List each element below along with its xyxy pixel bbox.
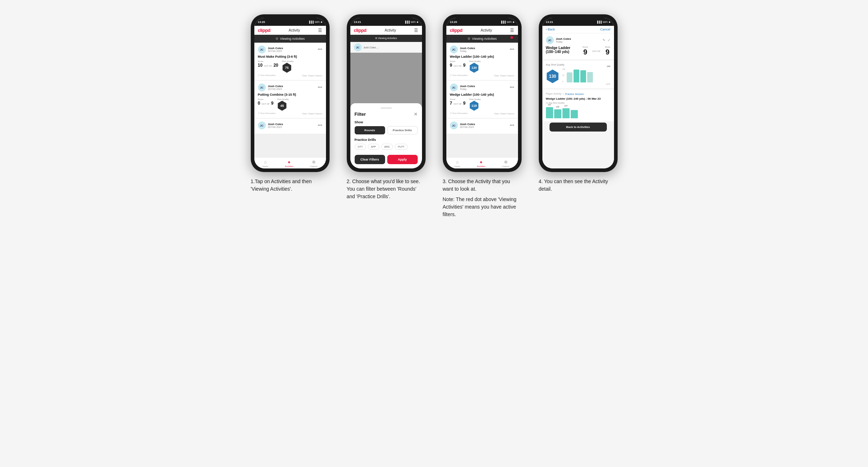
activity-card-1-2[interactable]: JC Josh Coles 28 Feb 2023 ••• Putting Co… <box>254 81 326 118</box>
session-arrow-4: › <box>563 93 564 95</box>
user-date-1-2: 28 Feb 2023 <box>268 88 283 90</box>
pill-putt-2[interactable]: PUTT <box>395 144 408 150</box>
y-100: 100 <box>562 68 565 70</box>
more-dots-3-2[interactable]: ••• <box>510 85 514 90</box>
more-dots-1-1[interactable]: ••• <box>318 47 322 52</box>
activity-card-1-1[interactable]: JC Josh Coles 28 Feb 2023 ••• Must Make … <box>254 43 326 80</box>
card-header-1-3: JC Josh Coles 28 Feb 2023 ••• <box>258 121 322 129</box>
activity-card-3-1[interactable]: JC Josh Coles Today ••• Wedge Ladder (10… <box>446 43 518 80</box>
menu-icon-1[interactable]: ☰ <box>318 28 322 33</box>
activities-label-1: Activities <box>285 165 293 167</box>
score-cols-4: Score 9 OUT OF Shots 9 <box>582 46 610 56</box>
pill-ott-2[interactable]: OTT <box>355 144 366 150</box>
menu-icon-2[interactable]: ☰ <box>414 28 418 33</box>
activity-title-3-1: Wedge Ladder (100–140 yds) <box>450 55 514 58</box>
viewing-banner-1[interactable]: ⚙ Viewing Activities <box>254 35 326 43</box>
home-label-1: Home <box>263 165 268 167</box>
nav-capture-1[interactable]: ⊕ Capture <box>310 159 317 167</box>
user-peek-name-2: Josh Coles ... <box>364 46 379 49</box>
user-info-3-3: JC Josh Coles 28 Feb 2023 <box>450 121 475 129</box>
user-date-4: Today <box>556 40 571 43</box>
activity-list-3: JC Josh Coles Today ••• Wedge Ladder (10… <box>446 43 518 157</box>
avatar-1-3: JC <box>258 121 266 129</box>
time-1: 13:20 <box>258 20 265 24</box>
practice-label-2: Practice Drills <box>355 138 418 142</box>
session-label-row-4: Player Activity › Practice Session <box>546 92 610 96</box>
nav-capture-3[interactable]: ⊕ Capture <box>502 159 509 167</box>
battery-icon-2: ■ <box>417 21 418 23</box>
sq-label-1-2: Shot Quality <box>277 98 289 100</box>
toggle-practice-2[interactable]: Practice Drills <box>387 126 418 134</box>
mini-bar-4-1: 132 <box>546 107 553 118</box>
pill-row-2: OTT APP ARG PUTT <box>355 144 418 150</box>
outof-1-2: OUT OF <box>262 103 270 105</box>
notch-pill-3 <box>473 19 491 22</box>
clear-filters-btn-2[interactable]: Clear Filters <box>355 155 385 164</box>
status-bar-2: 13:21 ▐▐▐ WiFi ■ <box>350 18 422 26</box>
score-label-1-2: Score <box>258 98 274 100</box>
avatar-1-1: JC <box>258 46 266 53</box>
caption-3-note: Note: The red dot above 'Viewing Activit… <box>443 196 522 218</box>
filter-overlay-2: Filter ✕ Show Rounds Practice Drills Pra… <box>350 53 422 168</box>
phone-4-screen: 13:21 ▐▐▐ WiFi ■ ‹ Back Cancel <box>542 18 614 168</box>
filter-header-2: Filter ✕ <box>355 111 418 117</box>
apply-btn-2[interactable]: Apply <box>387 155 418 164</box>
back-activities-btn-4[interactable]: Back to Activities <box>550 123 607 132</box>
hexagon-3-1: 130 <box>469 63 479 73</box>
score-inline-1-1: 10 OUT OF 20 <box>258 63 278 68</box>
banner-text-1: Viewing Activities <box>280 37 305 40</box>
user-name-3-3: Josh Coles <box>460 123 475 126</box>
detail-user-info-4: JC Josh Coles Today <box>546 36 571 44</box>
session-link-4[interactable]: Practice Session <box>565 93 584 95</box>
card-header-3-1: JC Josh Coles Today ••• <box>450 46 514 53</box>
toggle-row-2: Rounds Practice Drills <box>355 126 418 134</box>
mini-bar-label-4-3: 124 <box>564 105 567 107</box>
activity-card-3-2[interactable]: JC Josh Coles Today ••• Wedge Ladder (10… <box>446 81 518 118</box>
filter-icon-3: ⚙ <box>467 37 470 40</box>
nav-home-1[interactable]: ⌂ Home <box>263 159 268 167</box>
phones-row: 13:20 ▐▐▐ WiFi ■ clippd Activity ☰ ⚙ <box>247 14 621 218</box>
user-date-3-2: Today <box>460 88 475 90</box>
footer-left-1-2: ⓘ Test Information <box>258 112 276 115</box>
close-btn-2[interactable]: ✕ <box>414 111 418 117</box>
stats-row-1-1: Score 10 OUT OF 20 Shot Quality 75 <box>258 60 322 73</box>
caption-4: 4. You can then see the Activity detail. <box>539 178 618 193</box>
back-btn-4[interactable]: ‹ Back <box>546 28 555 31</box>
pill-app-2[interactable]: APP <box>368 144 379 150</box>
session-section-4: Player Activity › Practice Session Wedge… <box>542 90 614 121</box>
nav-activities-1[interactable]: ♠ Activities <box>285 159 293 167</box>
avg-sq-label-4: ••• Avg Shot Quality <box>546 102 610 104</box>
more-dots-3-3[interactable]: ••• <box>510 123 514 128</box>
cancel-btn-4[interactable]: Cancel <box>600 28 610 31</box>
nav-activities-3[interactable]: ♠ Activities <box>477 159 485 167</box>
more-dots-3-1[interactable]: ••• <box>510 47 514 52</box>
sq-label-3-2: Shot Quality <box>469 98 481 100</box>
card-footer-1-2: ⓘ Test Information Data: Clippd Capture <box>258 112 322 115</box>
expand-icon-4[interactable]: ⤢ <box>608 38 610 42</box>
activities-label-3: Activities <box>477 165 485 167</box>
footer-right-1-1: Data: Clippd Capture <box>302 75 322 77</box>
activity-card-3-3[interactable]: JC Josh Coles 28 Feb 2023 ••• <box>446 119 518 134</box>
activity-card-1-3[interactable]: JC Josh Coles 28 Feb 2023 ••• <box>254 119 326 134</box>
back-btn-container-4: Back to Activities <box>542 123 614 137</box>
edit-icon-4[interactable]: ✎ <box>603 38 605 42</box>
shots-val-3-1: 9 <box>463 63 466 68</box>
outof-4: OUT OF <box>593 50 601 52</box>
menu-icon-3[interactable]: ☰ <box>510 28 514 33</box>
filter-actions-2: Clear Filters Apply <box>355 155 418 164</box>
mini-bar-4-4 <box>571 110 578 118</box>
signal-icon-1: ▐▐▐ <box>308 21 313 23</box>
hexagon-3-2: 118 <box>469 101 479 111</box>
more-dots-1-3[interactable]: ••• <box>318 123 322 128</box>
activity-title-1-2: Putting Combine (3-15 ft) <box>258 93 322 96</box>
score-label-3-1: Score <box>450 60 466 62</box>
footer-right-3-2: Data: Clippd Capture <box>494 113 514 115</box>
toggle-rounds-2[interactable]: Rounds <box>355 126 385 134</box>
more-dots-1-2[interactable]: ••• <box>318 85 322 90</box>
user-details-1-2: Josh Coles 28 Feb 2023 <box>268 85 283 91</box>
pill-arg-2[interactable]: ARG <box>381 144 393 150</box>
nav-home-3[interactable]: ⌂ Home <box>455 159 460 167</box>
score-val-1-2: 0 <box>258 101 260 106</box>
viewing-banner-3[interactable]: ⚙ Viewing Activities <box>446 35 518 43</box>
card-footer-1-1: ⓘ Test Information Data: Clippd Capture <box>258 74 322 77</box>
